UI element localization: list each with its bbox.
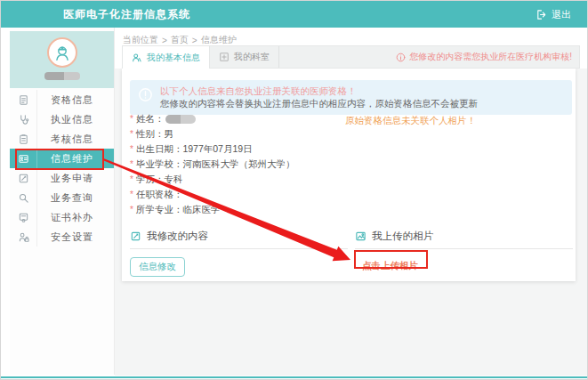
tab-label: 我的科室: [234, 51, 270, 63]
sidebar-item-practice-info[interactable]: 执业信息: [10, 109, 114, 129]
tab-my-department[interactable]: 我的科室: [210, 46, 279, 68]
redacted-user-name: [44, 72, 80, 80]
required-marker: *: [130, 205, 133, 214]
basic-info-panel: 以下个人信息来自您执业注册关联的医师资格！ 您修改的内容将会替换执业注册信息中的…: [122, 69, 576, 281]
field-row-qualification: * 任职资格：: [130, 187, 294, 202]
modified-content-header: 我修改的内容: [130, 230, 348, 249]
logout-button[interactable]: 退出: [536, 1, 571, 28]
avatar-panel: [10, 31, 114, 88]
stethoscope-icon: [10, 109, 36, 129]
breadcrumb-separator: >: [192, 36, 197, 45]
sidebar-item-qualification-info[interactable]: 资格信息: [10, 90, 114, 109]
sidebar-item-label: 安全设置: [36, 227, 114, 247]
app-header: 医师电子化注册信息系统 退出: [1, 1, 587, 28]
sidebar-item-business-query[interactable]: 业务查询: [10, 188, 114, 207]
field-row-school: * 毕业学校： 河南医科大学（郑州大学）: [130, 157, 294, 172]
sidebar-item-certificate-reissue[interactable]: 证书补办: [10, 207, 114, 227]
field-value: 临床医学: [182, 204, 220, 216]
field-label: 学历：: [136, 174, 165, 186]
uploaded-photo-section: 我上传的相片 点击上传相片: [355, 230, 573, 272]
breadcrumb-home[interactable]: 首页: [171, 34, 189, 46]
sidebar-item-assessment-info[interactable]: 考核信息: [10, 129, 114, 149]
field-row-major: * 所学专业： 临床医学: [130, 202, 294, 217]
sidebar-item-security-settings[interactable]: 安全设置: [10, 227, 114, 247]
redacted-name-value: [165, 115, 196, 124]
required-marker: *: [130, 144, 133, 154]
bottom-accent-line: [1, 376, 587, 378]
id-card-icon: [10, 149, 36, 168]
required-marker: *: [130, 190, 133, 199]
sidebar-item-label: 信息维护: [36, 149, 114, 168]
field-value: 河南医科大学（郑州大学）: [182, 158, 294, 171]
info-circle-icon: [396, 53, 406, 62]
tab-label: 我的基本信息: [147, 52, 200, 64]
main-content: 当前位置 > 首页 > 信息维护 我的基本信息 我的科室 您修改的内容需您执业所…: [115, 28, 587, 379]
tab-bar: 我的基本信息 我的科室 您修改的内容需您执业所在医疗机构审核!: [122, 45, 580, 69]
review-warning-text: 您修改的内容需您执业所在医疗机构审核!: [409, 51, 572, 63]
clipboard-icon: [10, 129, 36, 149]
breadcrumb-separator: >: [162, 36, 167, 45]
required-marker: *: [130, 129, 133, 139]
sidebar-menu: 资格信息 执业信息 考核信息 信息维护 业务申请 业务查询: [10, 90, 114, 247]
field-row-name: * 姓名：: [130, 111, 294, 126]
sidebar-item-info-maintenance[interactable]: 信息维护: [10, 149, 114, 168]
field-label: 所学专业：: [136, 204, 183, 216]
required-marker: *: [130, 174, 133, 184]
review-warning: 您修改的内容需您执业所在医疗机构审核!: [396, 46, 579, 68]
doctor-icon: [52, 43, 72, 62]
uploaded-photo-header: 我上传的相片: [355, 230, 573, 249]
avatar: [47, 37, 77, 68]
breadcrumb-current: 信息维护: [201, 34, 237, 46]
tab-basic-info[interactable]: 我的基本信息: [123, 45, 210, 69]
form-edit-icon: [10, 168, 36, 188]
plus-square-icon: [219, 52, 230, 62]
field-row-education: * 学历： 专科: [130, 172, 294, 187]
certificate-icon: [10, 207, 36, 227]
sidebar-item-label: 执业信息: [36, 109, 114, 129]
field-row-gender: * 性别： 男: [130, 126, 294, 141]
sidebar-item-label: 资格信息: [36, 90, 114, 109]
required-marker: *: [130, 159, 133, 169]
logout-icon: [536, 9, 547, 20]
sidebar-item-label: 业务申请: [36, 168, 114, 188]
notice-box: 以下个人信息来自您执业注册关联的医师资格！ 您修改的内容将会替换执业注册信息中的…: [130, 80, 572, 115]
sidebar: 资格信息 执业信息 考核信息 信息维护 业务申请 业务查询: [10, 28, 115, 375]
search-icon: [10, 188, 36, 207]
exclamation-circle-icon: [138, 87, 153, 105]
field-value: 1977年07月19日: [182, 143, 252, 156]
document-icon: [10, 90, 36, 109]
notice-line-2: 您修改的内容将会替换执业注册信息中的相应内容，原始资格信息不会被更新: [160, 97, 563, 109]
field-label: 姓名：: [136, 113, 165, 125]
field-label: 毕业学校：: [136, 158, 183, 171]
upload-photo-link[interactable]: 点击上传相片: [362, 260, 418, 272]
app-window: 医师电子化注册信息系统 退出 资格信息 执业信息: [0, 0, 588, 380]
logout-label: 退出: [552, 8, 571, 21]
sidebar-item-label: 考核信息: [36, 129, 114, 149]
field-value: 男: [164, 128, 173, 141]
required-marker: *: [130, 114, 133, 124]
breadcrumb: 当前位置 > 首页 > 信息维护: [123, 34, 237, 46]
personal-info-fields: * 姓名： * 性别： 男 * 出生日期： 1977年07月19日 * 毕业学校…: [130, 111, 294, 217]
person-icon: [132, 53, 142, 63]
field-label: 出生日期：: [136, 143, 183, 156]
modified-content-section: 我修改的内容 信息修改: [130, 230, 348, 277]
field-label: 性别：: [136, 128, 165, 141]
sidebar-item-label: 证书补办: [36, 207, 114, 227]
field-row-birthdate: * 出生日期： 1977年07月19日: [130, 141, 294, 157]
photo-icon: [355, 230, 366, 242]
edit-square-icon: [130, 230, 141, 242]
section-title: 我上传的相片: [372, 230, 433, 243]
photo-not-linked-note: 原始资格信息未关联个人相片！: [345, 115, 476, 127]
user-lock-icon: [10, 227, 36, 247]
breadcrumb-prefix: 当前位置: [123, 34, 158, 46]
info-modify-button[interactable]: 信息修改: [130, 257, 185, 277]
notice-line-1: 以下个人信息来自您执业注册关联的医师资格！: [160, 85, 563, 97]
sidebar-item-label: 业务查询: [36, 188, 114, 207]
app-title: 医师电子化注册信息系统: [63, 7, 190, 22]
section-title: 我修改的内容: [147, 230, 208, 243]
field-value: 专科: [164, 174, 182, 186]
field-label: 任职资格：: [136, 189, 183, 201]
sidebar-item-business-application[interactable]: 业务申请: [10, 168, 114, 188]
